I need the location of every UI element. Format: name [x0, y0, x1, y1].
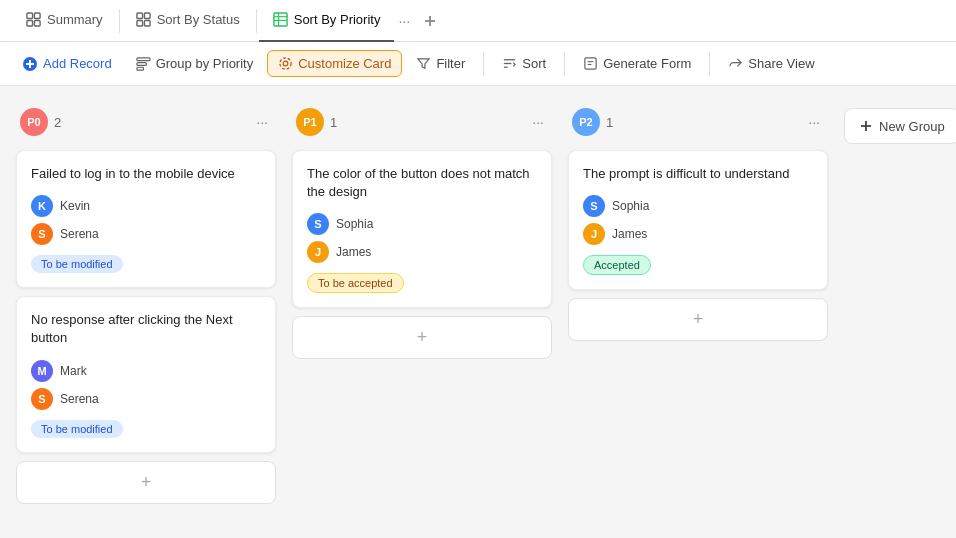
- svg-rect-5: [144, 13, 150, 19]
- card-avatars-c3: SSophiaJJames: [307, 213, 537, 263]
- group-by-label: Group by Priority: [156, 56, 254, 71]
- add-record-label: Add Record: [43, 56, 112, 71]
- card-avatars-c4: SSophiaJJames: [583, 195, 813, 245]
- share-view-button[interactable]: Share View: [718, 51, 824, 76]
- card-title-c1: Failed to log in to the mobile device: [31, 165, 261, 183]
- avatar-row-c4-1: JJames: [583, 223, 813, 245]
- column-p1: P11···The color of the button does not m…: [292, 102, 552, 359]
- avatar-row-c3-1: JJames: [307, 241, 537, 263]
- add-card-button-p1[interactable]: +: [292, 316, 552, 359]
- share-view-label: Share View: [748, 56, 814, 71]
- tab-sort-by-priority[interactable]: Sort By Priority: [259, 0, 395, 42]
- svg-rect-8: [274, 13, 287, 26]
- column-p2: P21···The prompt is difficult to underst…: [568, 102, 828, 341]
- avatar-c2-1: S: [31, 388, 53, 410]
- priority-badge-p0: P0: [20, 108, 48, 136]
- tab-separator-1: [119, 9, 120, 33]
- avatar-c1-0: K: [31, 195, 53, 217]
- svg-rect-18: [137, 63, 146, 66]
- card-c2[interactable]: No response after clicking the Next butt…: [16, 296, 276, 452]
- add-record-button[interactable]: Add Record: [12, 51, 122, 77]
- card-c3[interactable]: The color of the button does not match t…: [292, 150, 552, 308]
- card-title-c2: No response after clicking the Next butt…: [31, 311, 261, 347]
- assignee-name-c4-1: James: [612, 227, 647, 241]
- avatar-row-c1-0: KKevin: [31, 195, 261, 217]
- assignee-name-c4-0: Sophia: [612, 199, 649, 213]
- new-group-label: New Group: [879, 119, 945, 134]
- generate-form-label: Generate Form: [603, 56, 691, 71]
- column-more-p1[interactable]: ···: [528, 110, 548, 134]
- new-group-button[interactable]: New Group: [844, 108, 956, 144]
- board: P02···Failed to log in to the mobile dev…: [0, 86, 956, 538]
- sort-button[interactable]: Sort: [492, 51, 556, 76]
- grid-icon: [26, 12, 41, 27]
- avatar-row-c2-0: MMark: [31, 360, 261, 382]
- column-more-p2[interactable]: ···: [804, 110, 824, 134]
- svg-point-20: [283, 61, 288, 66]
- avatar-c3-0: S: [307, 213, 329, 235]
- tab-summary-label: Summary: [47, 12, 103, 27]
- customize-card-button[interactable]: Customize Card: [267, 50, 402, 77]
- assignee-name-c2-0: Mark: [60, 364, 87, 378]
- filter-button[interactable]: Filter: [406, 51, 475, 76]
- sort-label: Sort: [522, 56, 546, 71]
- assignee-name-c2-1: Serena: [60, 392, 99, 406]
- status-badge-c2: To be modified: [31, 420, 123, 438]
- add-card-button-p2[interactable]: +: [568, 298, 828, 341]
- card-avatars-c2: MMarkSSerena: [31, 360, 261, 410]
- column-header-p2: P21···: [568, 102, 828, 142]
- share-icon: [728, 56, 743, 71]
- tab-more-icon[interactable]: ···: [394, 9, 414, 33]
- assignee-name-c3-1: James: [336, 245, 371, 259]
- toolbar-sep-2: [564, 52, 565, 76]
- svg-rect-25: [585, 58, 596, 69]
- tab-add-button[interactable]: [414, 5, 446, 37]
- tab-sort-by-status-label: Sort By Status: [157, 12, 240, 27]
- form-icon: [583, 56, 598, 71]
- board-actions: New Group: [844, 102, 956, 144]
- card-c1[interactable]: Failed to log in to the mobile deviceKKe…: [16, 150, 276, 288]
- tab-summary[interactable]: Summary: [12, 0, 117, 42]
- generate-form-button[interactable]: Generate Form: [573, 51, 701, 76]
- plus-icon: [859, 119, 873, 133]
- column-count-p0: 2: [54, 115, 246, 130]
- avatar-row-c4-0: SSophia: [583, 195, 813, 217]
- svg-rect-19: [137, 67, 144, 70]
- tab-bar: Summary Sort By Status Sort By Priority …: [0, 0, 956, 42]
- svg-rect-6: [137, 20, 143, 26]
- avatar-row-c2-1: SSerena: [31, 388, 261, 410]
- table-icon: [273, 12, 288, 27]
- status-badge-c1: To be modified: [31, 255, 123, 273]
- svg-point-21: [280, 58, 291, 69]
- svg-rect-2: [27, 20, 33, 26]
- sort-icon: [502, 56, 517, 71]
- column-p0: P02···Failed to log in to the mobile dev…: [16, 102, 276, 504]
- customize-card-label: Customize Card: [298, 56, 391, 71]
- tab-sort-by-status[interactable]: Sort By Status: [122, 0, 254, 42]
- column-header-p1: P11···: [292, 102, 552, 142]
- svg-rect-4: [137, 13, 143, 19]
- group-by-button[interactable]: Group by Priority: [126, 51, 264, 76]
- avatar-c3-1: J: [307, 241, 329, 263]
- add-record-icon: [22, 56, 38, 72]
- status-badge-c4: Accepted: [583, 255, 651, 275]
- card-avatars-c1: KKevinSSerena: [31, 195, 261, 245]
- add-card-button-p0[interactable]: +: [16, 461, 276, 504]
- svg-rect-17: [137, 58, 150, 61]
- tab-sort-by-priority-label: Sort By Priority: [294, 12, 381, 27]
- assignee-name-c1-0: Kevin: [60, 199, 90, 213]
- avatar-c4-0: S: [583, 195, 605, 217]
- customize-icon: [278, 56, 293, 71]
- priority-badge-p1: P1: [296, 108, 324, 136]
- toolbar: Add Record Group by Priority Customize C…: [0, 42, 956, 86]
- avatar-row-c1-1: SSerena: [31, 223, 261, 245]
- column-count-p2: 1: [606, 115, 798, 130]
- avatar-row-c3-0: SSophia: [307, 213, 537, 235]
- assignee-name-c3-0: Sophia: [336, 217, 373, 231]
- priority-badge-p2: P2: [572, 108, 600, 136]
- card-c4[interactable]: The prompt is difficult to understandSSo…: [568, 150, 828, 290]
- column-header-p0: P02···: [16, 102, 276, 142]
- filter-label: Filter: [436, 56, 465, 71]
- column-more-p0[interactable]: ···: [252, 110, 272, 134]
- column-count-p1: 1: [330, 115, 522, 130]
